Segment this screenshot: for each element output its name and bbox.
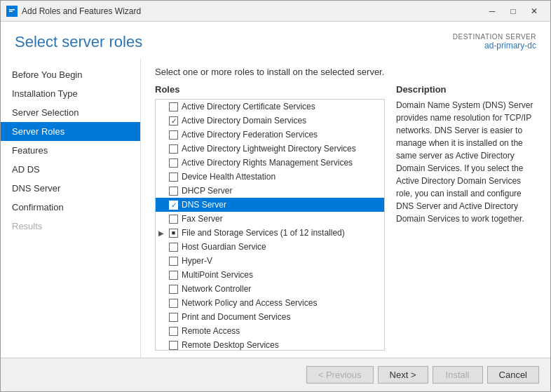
role-label-2: Active Directory Federation Services (182, 130, 318, 140)
checkbox-16[interactable] (169, 327, 178, 336)
role-label-1: Active Directory Domain Services (182, 116, 306, 126)
instruction-text: Select one or more roles to install on t… (155, 67, 536, 77)
previous-button[interactable]: < Previous (306, 366, 374, 384)
checkbox-14[interactable] (169, 299, 178, 308)
role-label-7: DNS Server (182, 200, 226, 210)
checkbox-13[interactable] (169, 285, 178, 294)
checkbox-3[interactable] (169, 144, 178, 154)
role-label-8: Fax Server (182, 214, 223, 224)
role-item-8[interactable]: Fax Server (156, 212, 384, 226)
role-item-9[interactable]: ▶■File and Storage Services (1 of 12 ins… (156, 226, 384, 240)
checkbox-1[interactable]: ✓ (169, 116, 178, 126)
role-item-2[interactable]: Active Directory Federation Services (156, 128, 384, 142)
titlebar-controls: ─ □ ✕ (482, 4, 545, 19)
sidebar-item-0[interactable]: Before You Begin (1, 65, 140, 84)
role-item-16[interactable]: Remote Access (156, 324, 384, 338)
destination-server: ad-primary-dc (453, 41, 536, 50)
wizard-icon (6, 6, 18, 17)
checkbox-9[interactable]: ■ (169, 229, 178, 238)
roles-label: Roles (155, 84, 385, 95)
main-inner: Select one or more roles to install on t… (141, 58, 550, 358)
checkbox-15[interactable] (169, 313, 178, 322)
role-label-11: Hyper-V (182, 256, 212, 266)
expand-icon-9: ▶ (158, 229, 167, 237)
main-content: Select one or more roles to install on t… (141, 58, 550, 358)
role-item-17[interactable]: Remote Desktop Services (156, 338, 384, 351)
description-panel: Description Domain Name System (DNS) Ser… (396, 84, 536, 351)
content-area: Before You BeginInstallation TypeServer … (1, 58, 550, 358)
role-item-1[interactable]: ✓Active Directory Domain Services (156, 114, 384, 128)
destination-info: DESTINATION SERVER ad-primary-dc (453, 33, 536, 50)
maximize-button[interactable]: □ (503, 4, 524, 19)
sidebar-item-5[interactable]: AD DS (1, 160, 140, 179)
sidebar-item-4[interactable]: Features (1, 141, 140, 160)
checkbox-11[interactable] (169, 257, 178, 266)
page-title: Select server roles (15, 33, 142, 51)
checkbox-8[interactable] (169, 215, 178, 224)
minimize-button[interactable]: ─ (482, 4, 503, 19)
description-label: Description (396, 84, 536, 95)
svg-rect-2 (9, 11, 13, 12)
role-item-10[interactable]: Host Guardian Service (156, 240, 384, 254)
checkbox-4[interactable] (169, 158, 178, 168)
role-item-3[interactable]: Active Directory Lightweight Directory S… (156, 142, 384, 156)
checkbox-17[interactable] (169, 341, 178, 350)
sidebar-item-7[interactable]: Confirmation (1, 198, 140, 217)
footer: < Previous Next > Install Cancel (1, 358, 550, 391)
sidebar-item-2[interactable]: Server Selection (1, 103, 140, 122)
roles-panel: Roles Active Directory Certificate Servi… (155, 84, 385, 351)
role-label-6: DHCP Server (182, 186, 232, 196)
role-label-0: Active Directory Certificate Services (182, 102, 315, 111)
page-header: Select server roles DESTINATION SERVER a… (1, 22, 550, 58)
role-item-4[interactable]: Active Directory Rights Management Servi… (156, 156, 384, 170)
window-title: Add Roles and Features Wizard (22, 6, 482, 16)
role-label-12: MultiPoint Services (182, 270, 253, 280)
sidebar-item-1[interactable]: Installation Type (1, 84, 140, 103)
sidebar-item-6[interactable]: DNS Server (1, 179, 140, 198)
role-label-9: File and Storage Services (1 of 12 insta… (182, 228, 345, 238)
close-button[interactable]: ✕ (524, 4, 545, 19)
role-label-5: Device Health Attestation (182, 172, 276, 182)
checkbox-5[interactable] (169, 173, 178, 182)
role-label-14: Network Policy and Access Services (182, 298, 317, 308)
role-label-16: Remote Access (182, 326, 240, 336)
next-button[interactable]: Next > (378, 366, 428, 384)
checkbox-10[interactable] (169, 243, 178, 252)
role-item-11[interactable]: Hyper-V (156, 254, 384, 268)
role-item-7[interactable]: ✓DNS Server (156, 198, 384, 212)
role-label-3: Active Directory Lightweight Directory S… (182, 144, 356, 154)
two-column-layout: Roles Active Directory Certificate Servi… (155, 84, 536, 351)
role-item-13[interactable]: Network Controller (156, 282, 384, 296)
checkbox-6[interactable] (169, 187, 178, 196)
checkbox-0[interactable] (169, 102, 178, 111)
sidebar-item-8: Results (1, 217, 140, 236)
role-label-13: Network Controller (182, 284, 251, 294)
checkbox-2[interactable] (169, 130, 178, 140)
checkbox-12[interactable] (169, 271, 178, 280)
main-window: Add Roles and Features Wizard ─ □ ✕ Sele… (0, 0, 551, 392)
description-text: Domain Name System (DNS) Server provides… (396, 99, 536, 225)
svg-rect-1 (9, 9, 15, 11)
role-item-14[interactable]: Network Policy and Access Services (156, 296, 384, 310)
role-item-15[interactable]: Print and Document Services (156, 310, 384, 324)
role-item-12[interactable]: MultiPoint Services (156, 268, 384, 282)
role-label-17: Remote Desktop Services (182, 340, 279, 350)
checkbox-7[interactable]: ✓ (169, 201, 178, 210)
roles-list-container[interactable]: Active Directory Certificate Services✓Ac… (155, 99, 385, 351)
titlebar: Add Roles and Features Wizard ─ □ ✕ (1, 1, 550, 22)
role-item-5[interactable]: Device Health Attestation (156, 170, 384, 184)
roles-list: Active Directory Certificate Services✓Ac… (156, 100, 384, 351)
sidebar-item-3[interactable]: Server Roles (1, 122, 140, 141)
role-label-10: Host Guardian Service (182, 242, 266, 252)
sidebar: Before You BeginInstallation TypeServer … (1, 58, 141, 358)
install-button[interactable]: Install (433, 366, 483, 384)
role-label-4: Active Directory Rights Management Servi… (182, 158, 353, 168)
destination-label: DESTINATION SERVER (453, 33, 536, 41)
cancel-button[interactable]: Cancel (487, 366, 539, 384)
role-item-6[interactable]: DHCP Server (156, 184, 384, 198)
role-item-0[interactable]: Active Directory Certificate Services (156, 100, 384, 114)
role-label-15: Print and Document Services (182, 312, 290, 322)
